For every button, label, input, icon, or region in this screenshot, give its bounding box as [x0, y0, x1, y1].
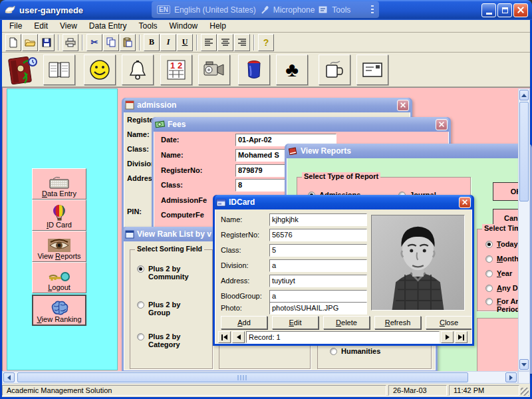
menu-data-entry[interactable]: Data Entry	[83, 20, 133, 32]
horizontal-scrollbar[interactable]	[2, 371, 518, 384]
align-left-button[interactable]	[201, 34, 217, 51]
menu-help[interactable]: Help	[203, 20, 232, 32]
minimize-button[interactable]	[481, 3, 496, 17]
copy-button[interactable]	[103, 34, 119, 51]
cut-button[interactable]: ✂	[86, 34, 102, 51]
idcard-address-field[interactable]: tuytiuyt	[269, 275, 367, 287]
tools-label[interactable]: Tools	[332, 5, 350, 15]
menu-file[interactable]: File	[3, 20, 28, 32]
video-camera-icon	[203, 61, 225, 78]
envelope-button[interactable]	[356, 55, 388, 85]
idcard-titlebar[interactable]: IDCard	[215, 195, 472, 209]
refresh-button[interactable]: Refresh	[374, 316, 421, 329]
idcard-name-field[interactable]: kjhgkjhk	[269, 213, 367, 226]
radio-row-month: Month	[485, 255, 519, 263]
fees-field-label: Date:	[161, 136, 180, 144]
scroll-down-button[interactable]	[519, 359, 529, 370]
idcard-field-label: Division:	[221, 261, 249, 269]
menu-window[interactable]: Window	[164, 20, 204, 32]
new-button[interactable]	[5, 34, 21, 51]
edit-button[interactable]: Edit	[272, 316, 319, 329]
fees-titlebar[interactable]: Fees	[154, 117, 449, 132]
first-record-button[interactable]	[218, 331, 231, 343]
any-date-radio[interactable]	[485, 285, 493, 292]
open-folder-icon	[25, 38, 36, 47]
open-button[interactable]	[22, 34, 38, 51]
scroll-up-button[interactable]	[519, 90, 529, 100]
calendar-button[interactable]: 1 2	[160, 55, 192, 85]
resize-grip-icon[interactable]	[521, 388, 529, 396]
jar-button[interactable]	[238, 55, 270, 85]
for-period-radio[interactable]	[485, 298, 493, 305]
year-radio[interactable]	[485, 270, 493, 277]
toolbar-separator	[196, 35, 198, 51]
idcard-photo-path-field[interactable]: photos\SUHAIL.JPG	[269, 302, 367, 315]
rank-window-icon	[125, 230, 134, 239]
vertical-scroll-thumb[interactable]	[519, 102, 529, 201]
idcard-division-field[interactable]: a	[269, 259, 367, 272]
idcard-close-button[interactable]	[459, 197, 471, 208]
sidebar-view-reports-button[interactable]: View Reports	[32, 231, 86, 262]
language-chip[interactable]: EN	[157, 5, 170, 14]
help-icon: ?	[263, 37, 269, 48]
month-radio[interactable]	[485, 255, 493, 263]
admission-close-button[interactable]	[397, 100, 409, 111]
previous-record-button[interactable]	[232, 331, 245, 343]
bold-button[interactable]: B	[144, 34, 160, 51]
idcard-field-label: Address:	[221, 277, 249, 285]
italic-button[interactable]: I	[160, 34, 176, 51]
language-name[interactable]: English (United States)	[174, 5, 256, 15]
today-radio[interactable]	[485, 241, 493, 248]
horizontal-scroll-thumb[interactable]	[17, 372, 468, 382]
admission-titlebar[interactable]: admission	[124, 98, 410, 112]
club-button[interactable]: ♣	[276, 55, 308, 85]
menu-edit[interactable]: Edit	[28, 20, 54, 32]
sidebar-id-card-button[interactable]: ID Card	[32, 200, 86, 231]
idcard-registerno-field[interactable]: 56576	[269, 229, 367, 241]
record-indicator[interactable]: Record: 1	[246, 331, 440, 343]
camera-button[interactable]	[198, 55, 230, 85]
paste-button[interactable]	[120, 34, 136, 51]
add-button[interactable]: Add	[221, 316, 267, 329]
calendar-icon: 1 2	[166, 59, 186, 80]
category-radio[interactable]	[137, 333, 144, 340]
language-bar[interactable]: EN English (United States) Microphone To…	[152, 1, 379, 18]
humanities-radio[interactable]	[330, 348, 337, 355]
maximize-button[interactable]	[497, 3, 512, 17]
scroll-left-button[interactable]	[3, 372, 15, 382]
next-record-button[interactable]	[441, 331, 454, 343]
status-bar: Academic Management Solution 26-Mar-03 1…	[2, 384, 530, 397]
smiley-button[interactable]	[84, 55, 116, 85]
languagebar-handle-icon[interactable]	[371, 5, 374, 15]
vertical-scrollbar[interactable]	[518, 88, 530, 371]
help-button[interactable]: ?	[258, 34, 274, 51]
save-button[interactable]	[39, 34, 55, 51]
group-radio[interactable]	[137, 301, 144, 309]
microphone-icon	[260, 5, 269, 15]
close-idcard-button[interactable]: Close	[426, 316, 472, 329]
radio-row-year: Year	[485, 269, 512, 277]
microphone-label[interactable]: Microphone	[273, 5, 315, 15]
print-button[interactable]	[63, 34, 78, 51]
align-center-button[interactable]	[217, 34, 233, 51]
view-reports-titlebar[interactable]: View Reports	[287, 144, 530, 158]
close-button[interactable]	[513, 3, 528, 17]
menu-view[interactable]: View	[54, 20, 83, 32]
fees-close-button[interactable]	[436, 119, 448, 130]
community-radio[interactable]	[137, 265, 144, 273]
menu-tools[interactable]: Tools	[133, 20, 164, 32]
mug-button[interactable]	[319, 55, 350, 85]
scroll-right-button[interactable]	[505, 372, 517, 382]
open-book-button[interactable]	[43, 55, 75, 85]
sidebar-view-ranking-button[interactable]: View Ranking	[32, 295, 86, 326]
underline-button[interactable]: U	[177, 34, 193, 51]
sidebar-data-entry-button[interactable]: Data Entry	[32, 168, 86, 200]
bell-button[interactable]	[122, 55, 154, 85]
minimize-icon	[486, 13, 492, 15]
delete-button[interactable]: Delete	[323, 316, 370, 329]
align-right-button[interactable]	[234, 34, 250, 51]
idcard-class-field[interactable]: 5	[269, 244, 367, 257]
last-record-button[interactable]	[455, 331, 467, 343]
sidebar-logout-button[interactable]: Logout	[32, 262, 86, 293]
idcard-bloodgroup-field[interactable]: a	[269, 290, 367, 303]
